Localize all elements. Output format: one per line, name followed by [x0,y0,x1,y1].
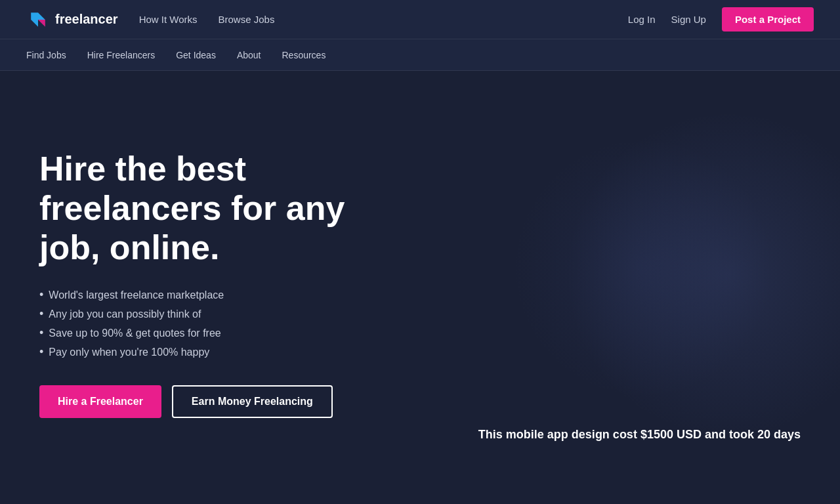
hero-buttons: Hire a Freelancer Earn Money Freelancing [39,385,801,418]
secondary-navigation: Find Jobs Hire Freelancers Get Ideas Abo… [0,39,840,71]
top-nav-left: freelancer How It Works Browse Jobs [26,8,274,32]
bullet-3: Save up to 90% & get quotes for free [39,326,801,340]
top-nav-right: Log In Sign Up Post a Project [628,7,814,32]
signup-button[interactable]: Sign Up [671,14,706,25]
about-link[interactable]: About [237,50,261,60]
bg-decoration-2 [512,136,774,399]
logo-text: freelancer [55,12,118,27]
hero-section: Hire the best freelancers for any job, o… [0,71,840,457]
login-button[interactable]: Log In [628,14,656,25]
get-ideas-link[interactable]: Get Ideas [176,50,216,60]
bullet-1: World's largest freelance marketplace [39,288,801,302]
hero-title: Hire the best freelancers for any job, o… [39,150,407,267]
hero-bullets: World's largest freelance marketplace An… [39,288,801,359]
bullet-4: Pay only when you're 100% happy [39,345,801,359]
svg-marker-1 [38,20,45,27]
find-jobs-link[interactable]: Find Jobs [26,50,66,60]
bottom-tagline: This mobile app design cost $1500 USD an… [478,428,801,442]
hire-freelancers-link[interactable]: Hire Freelancers [87,50,155,60]
bullet-2: Any job you can possibly think of [39,307,801,321]
earn-money-button[interactable]: Earn Money Freelancing [172,385,333,418]
post-project-button[interactable]: Post a Project [722,7,814,32]
how-it-works-link[interactable]: How It Works [139,14,198,25]
browse-jobs-link[interactable]: Browse Jobs [219,14,275,25]
resources-link[interactable]: Resources [282,50,326,60]
logo[interactable]: freelancer [26,8,118,32]
top-navigation: freelancer How It Works Browse Jobs Log … [0,0,840,39]
hire-freelancer-button[interactable]: Hire a Freelancer [39,385,161,418]
